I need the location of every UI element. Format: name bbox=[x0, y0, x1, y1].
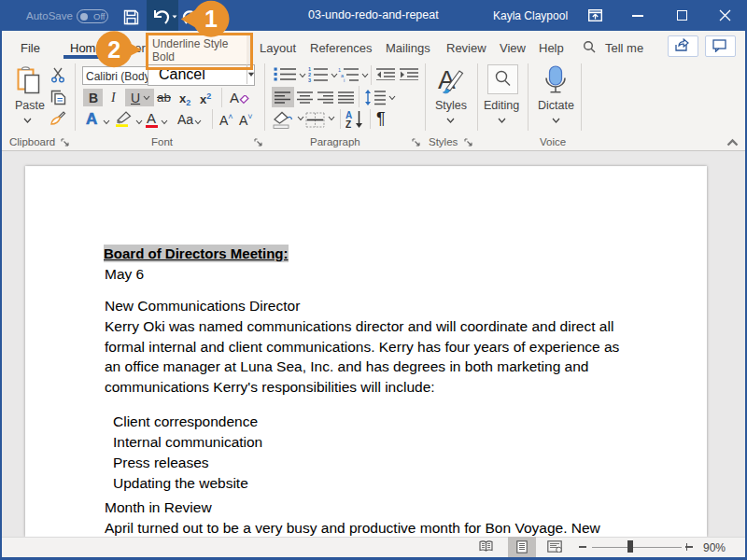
svg-text:Z: Z bbox=[345, 119, 351, 129]
svg-text:1: 1 bbox=[204, 6, 218, 32]
svg-text:2: 2 bbox=[107, 36, 120, 63]
svg-text:3: 3 bbox=[308, 77, 311, 82]
svg-text:i: i bbox=[344, 77, 345, 82]
